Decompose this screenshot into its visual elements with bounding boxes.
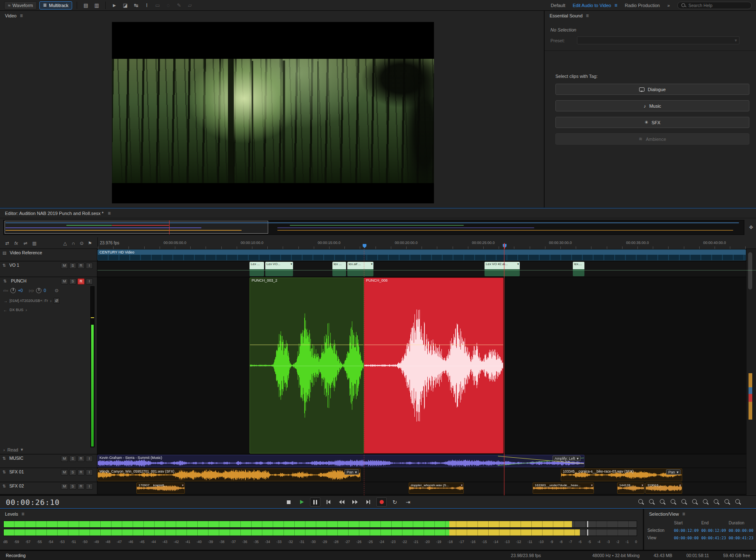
track-header[interactable]: ⇅ VO 1 M S R I (0, 261, 97, 277)
pan-knob[interactable] (36, 288, 41, 293)
play-button[interactable] (297, 497, 307, 507)
chevron-down-icon[interactable]: ▾ (461, 483, 463, 487)
loop-playback-button[interactable]: ↻ (390, 497, 400, 507)
metronome-icon[interactable]: △ (61, 239, 69, 247)
chevron-down-icon[interactable]: ▾ (21, 447, 23, 452)
spectral-display-icon[interactable]: ▥ (92, 1, 101, 10)
clip-pan-badge[interactable]: Pan ▾ (666, 469, 681, 475)
workspace-radio-production[interactable]: Radio Production (625, 3, 659, 8)
arm-record-button[interactable]: R (78, 456, 85, 462)
timeline-ruler[interactable]: 23.976 fps 00:00:05:00.0 00:00:10:00.0 0… (97, 237, 746, 249)
zoom-to-selection-button[interactable] (723, 498, 731, 506)
selection-duration-value[interactable]: 00:00:00:00 (729, 529, 754, 533)
audio-clip[interactable]: lex.aif ...▾ (347, 262, 373, 276)
chevron-down-icon[interactable]: ▾ (182, 483, 184, 487)
track-header[interactable]: ▤ Video Reference (0, 249, 97, 261)
input-device-label[interactable]: [01M] AT2020USB+: Fr (10, 299, 48, 303)
pan-value[interactable]: 0 (44, 288, 46, 293)
mute-button[interactable]: M (61, 263, 68, 269)
sfx-clip[interactable]: doppler_whoosh.wav (S... ▾ (409, 483, 464, 494)
marquee-t ool-icon[interactable]: ▭ (153, 1, 162, 10)
chevron-down-icon[interactable]: ▾ (371, 262, 373, 266)
track-header[interactable]: ⇅ MUSIC M S R I (0, 454, 97, 468)
workspace-default[interactable]: Default (551, 3, 565, 8)
panel-menu-icon[interactable]: ≡ (22, 511, 24, 517)
audio-clip[interactable]: Lex ... (250, 262, 264, 276)
zoom-full-button[interactable] (734, 498, 742, 506)
view-duration-value[interactable]: 00:00:41:23 (729, 536, 754, 540)
panel-menu-icon[interactable]: ≡ (20, 13, 23, 19)
track-lane[interactable]: Winds_Canyon_Win_05952701_001.wav (SFX) … (97, 468, 756, 482)
sfx-clip[interactable]: 319016_... ▾ (645, 483, 682, 494)
input-monitor-button[interactable]: I (86, 469, 93, 476)
audio-clip[interactable]: lex.... (573, 262, 584, 276)
slip-tool-icon[interactable]: ↹ (132, 1, 140, 10)
arm-record-button[interactable]: R (78, 469, 85, 476)
input-monitor-button[interactable]: I (86, 456, 93, 462)
snapping-magnet-icon[interactable]: ∩ (70, 239, 77, 247)
music-clip[interactable]: Kevin Graham - Sierra - Summit (Music) A… (97, 455, 584, 467)
chevron-down-icon[interactable]: ▾ (676, 470, 678, 474)
track-lane[interactable]: PUNCH_003_2 PUNCH_008 (97, 277, 756, 454)
chevron-down-icon[interactable]: ▾ (679, 483, 681, 487)
search-input[interactable] (688, 3, 748, 8)
sfx-clip[interactable]: 144128... ▾ (617, 483, 645, 494)
razor-tool-icon[interactable]: ◪ (121, 1, 129, 10)
paintbrush-tool-icon[interactable]: ✎ (175, 1, 183, 10)
zoom-in-vertical-button[interactable] (680, 498, 688, 506)
input-monitor-button[interactable]: I (86, 263, 93, 269)
sfx-clip[interactable]: Winds_Canyon_Win_05952701_001.wav (SFX) … (97, 468, 361, 481)
solo-button[interactable]: S (69, 278, 76, 285)
lasso-tool-icon[interactable]: ◌ (164, 1, 172, 10)
selection-start-value[interactable]: 00:00:12:09 (674, 529, 701, 533)
workspace-overflow-chevrons[interactable]: » (667, 3, 670, 8)
arm-record-button[interactable]: R (78, 263, 85, 269)
go-to-end-button[interactable] (363, 497, 373, 507)
record-button[interactable] (376, 497, 387, 507)
eraser-tool-icon[interactable]: ▱ (186, 1, 194, 10)
edit-insertion-line[interactable] (364, 249, 364, 495)
audio-clip[interactable]: Lex VO #2.ai...▾ (485, 262, 520, 276)
tag-ambience-button[interactable]: ≋Ambience (555, 133, 749, 145)
playhead[interactable] (504, 249, 504, 495)
waveform-display-icon[interactable]: ▤ (82, 1, 90, 10)
panel-menu-icon[interactable]: ≡ (682, 511, 685, 517)
tag-sfx-button[interactable]: ✳SFX (555, 117, 749, 128)
chevron-down-icon[interactable]: ▾ (291, 262, 292, 266)
zoom-to-in-point-button[interactable] (702, 498, 710, 506)
marker-flag-icon[interactable]: ⚑ (86, 239, 94, 247)
output-bus-label[interactable]: DX BUS (10, 308, 24, 312)
mute-button[interactable]: M (61, 456, 68, 462)
timeline-marker[interactable] (363, 244, 366, 248)
meters-icon[interactable]: ▥ (31, 239, 38, 247)
track-lane[interactable]: Lex ... Lex VO...▾ lex ... lex.aif ...▾ … (97, 261, 756, 277)
volume-envelope-line[interactable] (250, 345, 363, 345)
audio-clip[interactable]: lex ... (332, 262, 346, 276)
monitor-input-icon[interactable]: ⊙ (55, 288, 58, 293)
zoom-out-time-button[interactable] (669, 498, 677, 506)
fast-forward-button[interactable] (350, 497, 360, 507)
view-start-value[interactable]: 00:00:00:00 (674, 536, 701, 540)
sfx-clip[interactable]: 163383__under7dude__heav... ▾ (533, 483, 594, 494)
tag-music-button[interactable]: ♪Music (555, 100, 749, 111)
volume-envelope-line[interactable] (364, 345, 503, 345)
volume-knob[interactable] (10, 288, 16, 293)
zoom-out-vertical-button[interactable] (691, 498, 699, 506)
volume-envelope-line[interactable] (97, 270, 756, 270)
audio-clip[interactable]: Lex VO...▾ (265, 262, 293, 276)
zoom-to-out-point-button[interactable] (712, 498, 720, 506)
clip-pan-badge[interactable]: Pan ▾ (344, 469, 359, 475)
skip-selection-button[interactable]: ⇥ (403, 497, 413, 507)
solo-button[interactable]: S (69, 483, 76, 490)
zoom-in-button[interactable] (637, 498, 645, 506)
arm-record-button[interactable]: R (78, 483, 85, 490)
pan-hand-icon[interactable]: ✥ (749, 224, 753, 230)
sfx-clip[interactable]: 103345__corsica-s__bike-race-03.wav (SFX… (561, 468, 682, 481)
track-lane[interactable]: Kevin Graham - Sierra - Summit (Music) A… (97, 454, 756, 468)
video-clip[interactable]: CENTURY HD Video (97, 249, 746, 261)
volume-value[interactable]: +0 (18, 288, 22, 293)
move-tool-icon[interactable]: ► (110, 1, 119, 10)
chevron-down-icon[interactable]: ▾ (355, 470, 357, 474)
track-header[interactable]: ⇅ SFX 02 M S R I (0, 482, 97, 494)
time-selection-tool-icon[interactable]: I (143, 1, 151, 10)
